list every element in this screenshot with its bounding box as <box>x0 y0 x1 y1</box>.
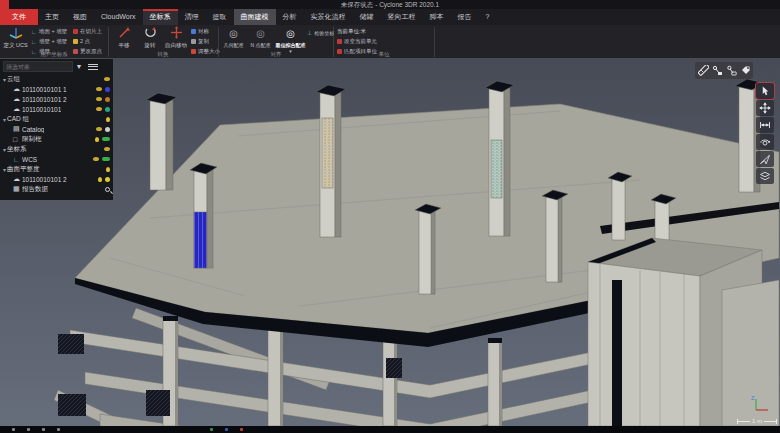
two-points-button[interactable]: 2 点 <box>73 37 90 46</box>
dropdown-arrow-icon: ▾ <box>289 48 292 54</box>
tree-item-wcs[interactable]: ∟ WCS <box>0 154 113 164</box>
rotate-button[interactable]: 旋转 <box>138 26 162 54</box>
check-coordinates-button[interactable]: ⊥检验坐标 <box>307 28 334 37</box>
orbit-camera-icon[interactable] <box>756 134 774 150</box>
tab-clean[interactable]: 清理 <box>178 9 206 25</box>
color-swatch[interactable] <box>105 177 110 182</box>
tab-home[interactable]: 主页 <box>38 9 66 25</box>
magnifier-icon[interactable] <box>105 187 110 192</box>
ucs-ground-wall-button[interactable]: ∟地面 + 墙壁 <box>31 27 67 36</box>
color-swatch[interactable] <box>105 107 110 112</box>
change-origin-button[interactable]: 更改原点 <box>73 47 102 56</box>
color-swatch[interactable] <box>105 97 110 102</box>
color-swatch[interactable] <box>105 127 110 132</box>
tab-extract[interactable]: 提取 <box>206 9 234 25</box>
3d-viewport[interactable] <box>0 58 780 426</box>
taskbar-icon[interactable] <box>240 428 243 431</box>
tree-item-clouds-group[interactable]: ▾ 云组 <box>0 74 113 84</box>
bulb-icon[interactable] <box>106 167 110 172</box>
taskbar-icon[interactable] <box>210 428 213 431</box>
bulb-icon[interactable] <box>98 177 102 182</box>
tab-vertical-engineering[interactable]: 竖向工程 <box>381 9 423 25</box>
tab-surface-modeling[interactable]: 曲面建模 <box>234 9 276 25</box>
measure-icon[interactable] <box>697 64 709 77</box>
tree-item-catalog[interactable]: ▤ Catalog <box>0 124 113 134</box>
tree-item-cloud-2[interactable]: ☁ 10110010101 2 <box>0 94 113 104</box>
pan-icon[interactable] <box>756 100 774 116</box>
measure-distance-icon[interactable] <box>756 117 774 133</box>
geometric-registration-button[interactable]: ◎ 几何配准 <box>221 26 246 54</box>
best-fit-registration-button[interactable]: ◎ 最佳拟合配准 ▾ <box>274 26 307 54</box>
tab-view[interactable]: 视图 <box>66 9 94 25</box>
color-swatch[interactable] <box>102 137 110 141</box>
duplicate-button[interactable]: 复制 <box>191 37 209 46</box>
caret-icon[interactable]: ▾ <box>0 116 7 123</box>
tree-item-coordinate-systems-group[interactable]: ▾ 坐标系 <box>0 144 113 154</box>
bulb-icon[interactable] <box>95 137 99 142</box>
registration-points-icon: ◎ <box>248 26 273 41</box>
caret-icon[interactable]: ▾ <box>0 166 7 173</box>
eye-icon[interactable] <box>96 127 102 131</box>
ucs-wall-wall-button[interactable]: ∟墙壁 + 墙壁 <box>31 37 67 46</box>
axis-z-label: Z <box>751 395 755 401</box>
color-swatch[interactable] <box>102 157 110 161</box>
tab-tank[interactable]: 储罐 <box>353 9 381 25</box>
window-title: 未保存状态 - Cyclone 3DR 2020.1 <box>0 0 780 9</box>
tab-help[interactable]: ? <box>479 9 497 25</box>
search-input[interactable] <box>3 61 73 72</box>
taskbar-icon[interactable] <box>27 428 30 431</box>
match-project-unit-button[interactable]: 匹配项目单位 <box>337 47 377 56</box>
tab-cloudworx[interactable]: CloudWorx <box>94 9 143 25</box>
free-move-button[interactable]: 自由移动 <box>163 26 189 54</box>
label-pin-icon[interactable] <box>711 64 723 77</box>
taskbar-icon[interactable] <box>57 428 60 431</box>
group-label-units: 单位 <box>379 51 390 58</box>
eye-icon[interactable] <box>104 147 110 151</box>
bulb-icon[interactable] <box>106 117 110 122</box>
resize-icon <box>191 49 196 54</box>
taskbar-icon[interactable] <box>225 428 228 431</box>
eye-icon[interactable] <box>96 97 102 101</box>
eye-icon[interactable] <box>93 157 99 161</box>
taskbar-icon[interactable] <box>42 428 45 431</box>
tab-script[interactable]: 脚本 <box>423 9 451 25</box>
rotate-icon <box>138 26 162 41</box>
caret-icon[interactable]: ▾ <box>0 76 7 83</box>
tab-reality-workflow[interactable]: 实景化流程 <box>304 9 353 25</box>
tab-analysis[interactable]: 分析 <box>276 9 304 25</box>
annotated-column-orange <box>322 118 333 188</box>
tree-item-cloud-1[interactable]: ☁ 10110010101 1 <box>0 84 113 94</box>
hamburger-menu-icon[interactable] <box>88 62 98 71</box>
n-point-registration-button[interactable]: ◎ N 点配准 <box>248 26 273 54</box>
eye-icon[interactable] <box>104 77 110 81</box>
tab-file[interactable]: 文件 <box>0 9 38 25</box>
tag-icon[interactable] <box>739 64 751 77</box>
color-swatch[interactable] <box>105 87 110 92</box>
tab-report[interactable]: 报告 <box>451 9 479 25</box>
tree-item-cad-group[interactable]: ▾ CAD 组 <box>0 114 113 124</box>
tree-item-flatness-group[interactable]: ▾ 曲面平整度 <box>0 164 113 174</box>
angle-icon: ∟ <box>31 39 37 45</box>
label-pin-alt-icon[interactable] <box>725 64 737 77</box>
report-icon: ▦ <box>13 185 22 193</box>
annotated-column-teal <box>491 140 502 198</box>
filter-icon[interactable]: ▼ <box>73 63 85 70</box>
change-unit-button[interactable]: 改变当前单元 <box>337 37 377 46</box>
layers-icon[interactable] <box>756 168 774 184</box>
translate-button[interactable]: 平移 <box>112 26 136 54</box>
select-cursor-icon[interactable] <box>756 83 774 99</box>
resize-button[interactable]: 调整大小 <box>191 47 220 56</box>
taskbar-icon[interactable] <box>12 428 15 431</box>
tree-item-report-data[interactable]: ▦ 报告数据 <box>0 184 113 194</box>
fly-through-icon[interactable] <box>756 151 774 167</box>
tree-item-flatness-cloud[interactable]: ☁ 10110010101 2 <box>0 174 113 184</box>
define-ucs-button[interactable]: 定义 UCS <box>1 26 30 54</box>
tab-coordinate-system[interactable]: 坐标系 <box>143 9 178 25</box>
caret-icon[interactable]: ▾ <box>0 146 7 153</box>
tree-item-limit-box[interactable]: □ 限制框 <box>0 134 113 144</box>
eye-icon[interactable] <box>96 107 102 111</box>
eye-icon[interactable] <box>96 87 102 91</box>
symmetry-button[interactable]: 对称 <box>191 27 209 36</box>
on-slice-button[interactable]: 在切片上 <box>73 27 102 36</box>
tree-item-cloud-3[interactable]: ☁ 10110010101 <box>0 104 113 114</box>
